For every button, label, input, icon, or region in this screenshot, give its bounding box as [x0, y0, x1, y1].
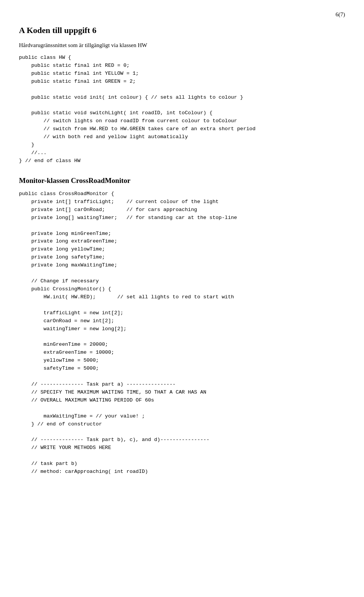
hw-class-code-block: public class HW { public static final in… — [19, 54, 345, 165]
monitor-code: public class CrossRoadMonitor { private … — [19, 190, 345, 476]
hw-class-code: public class HW { public static final in… — [19, 54, 345, 165]
page-number: 6(7) — [336, 11, 345, 17]
section-title: A Koden till uppgift 6 — [19, 25, 345, 35]
monitor-title: Monitor-klassen CrossRoadMonitor — [19, 176, 345, 185]
section-subtitle: Hårdvarugränssnittet som är tillgängligt… — [19, 42, 345, 49]
monitor-code-block: public class CrossRoadMonitor { private … — [19, 190, 345, 476]
page-number-container: 6(7) — [19, 11, 345, 18]
